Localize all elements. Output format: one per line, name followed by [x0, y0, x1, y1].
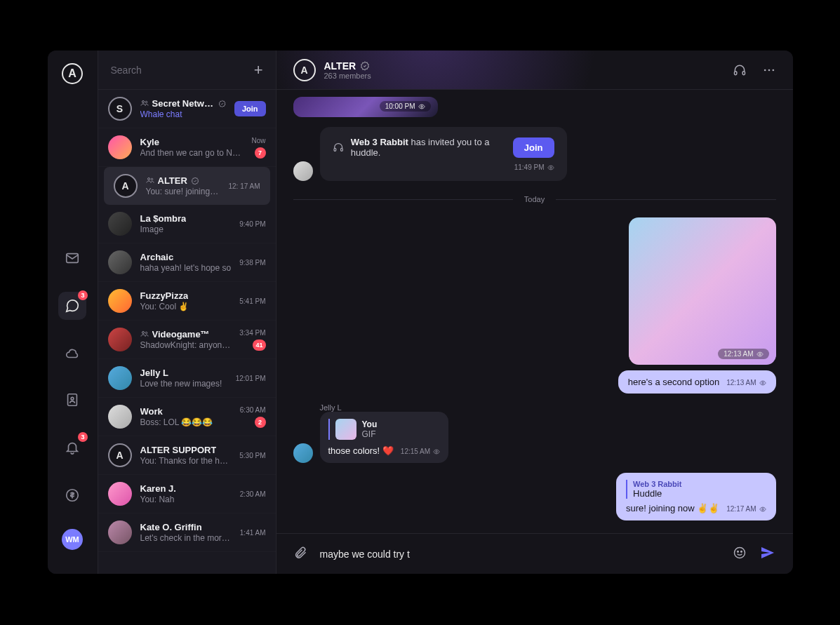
chat-name: Secret Network — [152, 98, 215, 109]
chat-list-item[interactable]: WorkBoss: LOL 😂😂😂6:30 AM2 — [98, 398, 276, 436]
chat-avatar — [108, 405, 132, 429]
chat-snippet: You: Cool ✌ — [140, 302, 232, 311]
channel-title[interactable]: ALTER — [324, 60, 371, 72]
svg-rect-16 — [334, 148, 336, 151]
chat-snippet: Boss: LOL 😂😂😂 — [140, 417, 232, 427]
nav-rail: A 3 3 WM — [48, 51, 98, 574]
chat-avatar — [108, 482, 132, 506]
chat-time: 5:30 PM — [239, 452, 265, 459]
svg-point-12 — [764, 69, 766, 71]
chat-snippet: ShadowKnight: anyone wanna... — [140, 340, 232, 350]
chat-list-item[interactable]: AALTER SUPPORTYou: Thanks for the help!5… — [98, 436, 276, 475]
app-logo[interactable]: A — [62, 63, 83, 84]
svg-point-6 — [147, 177, 149, 180]
message-list: 10:00 PM Web 3 Rabbit has invited you to… — [276, 90, 793, 533]
message-bubble-outgoing[interactable]: here's a second option 12:13 AM — [618, 370, 776, 394]
date-divider: Today — [293, 195, 776, 203]
sender-avatar[interactable] — [293, 443, 313, 463]
sender-avatar[interactable] — [293, 161, 313, 181]
chat-list-item[interactable]: FuzzyPizzaYou: Cool ✌5:41 PM — [98, 282, 276, 321]
svg-point-19 — [759, 353, 761, 355]
chat-icon[interactable]: 3 — [58, 292, 86, 320]
chat-time: 6:30 AM — [240, 406, 266, 414]
search-input[interactable] — [111, 65, 247, 76]
chat-snippet: You: Thanks for the help! — [140, 456, 232, 466]
user-avatar[interactable]: WM — [62, 529, 83, 550]
message-timestamp: 12:15 AM — [401, 448, 440, 455]
message-input[interactable] — [320, 549, 720, 560]
channel-avatar[interactable]: A — [293, 59, 316, 81]
chat-snippet: Whale chat — [140, 109, 226, 119]
svg-point-4 — [142, 100, 144, 102]
chat-time: 2:30 AM — [240, 490, 266, 498]
chat-list-item[interactable]: Videogame™ShadowKnight: anyone wanna...3… — [98, 321, 276, 359]
message-bubble-outgoing[interactable]: Web 3 Rabbit Huddle sure! joining now ✌️… — [616, 473, 775, 520]
chat-avatar — [108, 289, 132, 313]
chat-name: Work — [140, 406, 163, 417]
mail-icon[interactable] — [58, 244, 86, 272]
reply-thumbnail — [335, 419, 356, 440]
chat-avatar — [108, 520, 132, 544]
chat-avatar: A — [114, 174, 138, 198]
chat-snippet: Love the new images! — [140, 379, 227, 389]
cloud-icon[interactable] — [58, 340, 86, 368]
svg-point-9 — [145, 332, 147, 334]
reply-preview[interactable]: Web 3 Rabbit Huddle — [626, 480, 766, 499]
chat-snippet: Image — [140, 224, 232, 234]
chat-snippet: Let's check in the morning — [140, 533, 232, 543]
chat-name: Jelly L — [140, 368, 168, 378]
svg-point-20 — [761, 382, 764, 384]
attachment-icon[interactable] — [293, 546, 307, 563]
headphones-icon[interactable] — [733, 63, 747, 77]
chat-list-item[interactable]: Kate O. GriffinLet's check in the mornin… — [98, 513, 276, 552]
svg-point-25 — [740, 551, 742, 552]
chat-snippet: And then we can go to NY... — [140, 148, 244, 158]
chat-time: 3:34 PM — [239, 329, 265, 337]
chat-list-item[interactable]: Archaichaha yeah! let's hope so9:38 PM — [98, 243, 276, 282]
svg-point-13 — [768, 69, 770, 71]
channel-subtitle: 263 members — [324, 72, 371, 80]
new-chat-button[interactable]: + — [254, 61, 263, 79]
svg-point-24 — [737, 551, 738, 552]
bell-badge: 3 — [78, 432, 88, 442]
join-huddle-button[interactable]: Join — [513, 137, 554, 158]
message-bubble-incoming[interactable]: You GIF those colors! ❤️ 12:15 AM — [320, 412, 449, 463]
currency-icon[interactable] — [58, 481, 86, 509]
chat-name: FuzzyPizza — [140, 290, 189, 301]
join-button[interactable]: Join — [234, 101, 266, 116]
group-icon — [146, 176, 154, 186]
more-icon[interactable] — [762, 63, 776, 77]
message-image[interactable]: 12:13 AM — [629, 217, 776, 365]
chat-list-item[interactable]: KyleAnd then we can go to NY...Now7 — [98, 128, 276, 167]
svg-point-21 — [436, 450, 438, 452]
chat-list-item[interactable]: Jelly LLove the new images!12:01 PM — [98, 359, 276, 398]
chat-avatar: S — [108, 97, 132, 121]
message-image[interactable]: 10:00 PM — [293, 97, 438, 117]
svg-point-8 — [142, 331, 144, 333]
chat-list-item[interactable]: Karen J.You: Nah2:30 AM — [98, 475, 276, 513]
chat-badge: 3 — [78, 290, 88, 300]
chat-avatar — [108, 366, 132, 390]
unread-badge: 2 — [255, 417, 266, 428]
chat-list-item[interactable]: AALTERYou: sure! joining now ✌✌12: 17 AM — [104, 167, 270, 205]
chat-snippet: haha yeah! let's hope so — [140, 263, 232, 273]
emoji-icon[interactable] — [733, 546, 747, 563]
chat-list-item[interactable]: SSecret NetworkWhale chatJoin — [98, 90, 276, 128]
contacts-icon[interactable] — [58, 386, 86, 414]
chat-time: Now — [251, 137, 265, 145]
chat-avatar: A — [108, 443, 132, 467]
chat-avatar — [108, 135, 132, 159]
svg-point-15 — [420, 105, 422, 107]
svg-point-5 — [145, 101, 147, 103]
chat-time: 1:41 AM — [240, 529, 266, 537]
headphones-icon — [333, 141, 344, 154]
reply-preview[interactable]: You GIF — [328, 419, 441, 440]
chat-time: 12:01 PM — [236, 375, 266, 382]
svg-point-23 — [734, 547, 745, 558]
chat-list-item[interactable]: La $ombraImage9:40 PM — [98, 205, 276, 243]
bell-icon[interactable]: 3 — [58, 434, 86, 462]
svg-rect-11 — [742, 71, 745, 74]
svg-point-7 — [151, 178, 153, 180]
chat-time: 12: 17 AM — [228, 182, 260, 190]
send-button[interactable] — [759, 544, 776, 564]
